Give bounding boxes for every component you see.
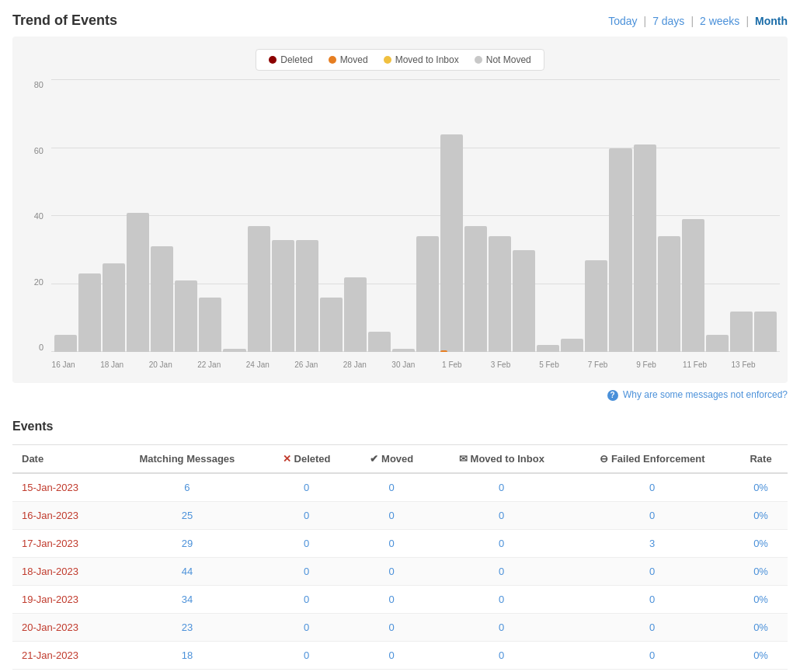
bar-not-moved [175, 280, 197, 352]
x-axis-label: 22 Jan [197, 360, 221, 369]
chart-header: Trend of Events Today | 7 days | 2 weeks… [12, 12, 788, 29]
table-row: 15-Jan-2023 6 0 0 0 0 0% [12, 473, 788, 502]
cell-rate: 0% [734, 529, 788, 557]
cell-failed: 0 [570, 585, 734, 613]
bar-group [320, 80, 343, 352]
bar-group [634, 80, 656, 352]
cell-date: 15-Jan-2023 [12, 473, 112, 502]
bar-group [248, 80, 270, 352]
x-axis-label: 3 Feb [489, 360, 513, 369]
table-row: 20-Jan-2023 23 0 0 0 0 0% [12, 613, 788, 641]
filter-today[interactable]: Today [608, 15, 637, 27]
sep-2: | [690, 15, 694, 27]
cell-failed: 0 [570, 641, 734, 669]
bar-group [54, 80, 77, 352]
legend-dot [475, 56, 482, 64]
bar-group [416, 80, 439, 352]
bar-group [272, 80, 294, 352]
cell-moved: 0 [350, 529, 433, 557]
cell-matching: 44 [112, 557, 263, 585]
cell-moved: 0 [350, 641, 433, 669]
x-axis-label [367, 360, 391, 369]
x-axis-label [172, 360, 197, 369]
sep-3: | [746, 15, 749, 27]
x-axis-label: 30 Jan [391, 360, 416, 369]
legend-dot [269, 56, 277, 64]
x-axis-label [610, 360, 634, 369]
why-link[interactable]: ? Why are some messages not enforced? [12, 389, 788, 401]
x-axis-label [707, 360, 731, 369]
table-row: 19-Jan-2023 34 0 0 0 0 0% [12, 585, 788, 613]
bar-group [561, 80, 583, 352]
bar-not-moved [78, 273, 101, 352]
bar-not-moved [223, 349, 245, 352]
cell-date: 21-Jan-2023 [12, 641, 112, 669]
col-matching: Matching Messages [112, 444, 263, 473]
cell-rate: 0% [734, 557, 788, 585]
x-axis: 16 Jan18 Jan20 Jan22 Jan24 Jan26 Jan28 J… [51, 353, 780, 375]
bar-not-moved [440, 134, 463, 352]
x-axis-label: 24 Jan [245, 360, 270, 369]
bar-not-moved [416, 236, 439, 352]
x-axis-label [464, 360, 489, 369]
bar-not-moved [296, 240, 318, 352]
bar-not-moved [706, 335, 729, 352]
x-axis-label [75, 360, 99, 369]
legend-label: Not Moved [486, 54, 531, 65]
cell-matching: 6 [112, 473, 263, 502]
bar-group [344, 80, 367, 352]
cell-deleted: 0 [263, 501, 350, 529]
table-row: 17-Jan-2023 29 0 0 0 3 0% [12, 529, 788, 557]
cell-deleted: 0 [263, 473, 350, 502]
cell-moved-inbox: 0 [433, 501, 570, 529]
bar-not-moved [103, 263, 125, 352]
deleted-icon: ✕ [283, 453, 291, 465]
col-moved: ✔Moved [350, 444, 433, 473]
info-icon: ? [607, 390, 618, 401]
filter-7days[interactable]: 7 days [652, 15, 684, 27]
bar-not-moved [272, 240, 294, 352]
cell-rate: 0% [734, 585, 788, 613]
bar-not-moved [151, 246, 173, 352]
bar-group [585, 80, 607, 352]
legend-item: Deleted [269, 54, 312, 65]
legend-dot [384, 56, 391, 64]
bar-not-moved [392, 349, 415, 352]
bar-moved [440, 350, 447, 352]
x-axis-label: 20 Jan [148, 360, 172, 369]
x-axis-label [318, 360, 343, 369]
chart-title: Trend of Events [12, 12, 117, 29]
bar-not-moved [489, 236, 511, 352]
bar-not-moved [248, 226, 270, 352]
y-axis-label: 80 [20, 80, 47, 89]
bar-group [223, 80, 245, 352]
bar-group [513, 80, 535, 352]
bars-area [51, 80, 780, 352]
events-section: Events Date Matching Messages ✕Deleted ✔… [12, 420, 788, 670]
bar-group [199, 80, 221, 352]
bar-group [175, 80, 197, 352]
filter-2weeks[interactable]: 2 weeks [700, 15, 739, 27]
legend-dot [329, 56, 336, 64]
filter-month[interactable]: Month [755, 15, 788, 27]
cell-moved: 0 [350, 501, 433, 529]
bar-not-moved [682, 219, 704, 352]
legend: DeletedMovedMoved to InboxNot Moved [256, 49, 544, 71]
bar-group [368, 80, 391, 352]
chart-inner [51, 80, 780, 352]
cell-moved: 0 [350, 557, 433, 585]
cell-moved-inbox: 0 [433, 473, 570, 502]
cell-moved: 0 [350, 473, 433, 502]
y-axis-label: 0 [20, 343, 47, 352]
table-row: 16-Jan-2023 25 0 0 0 0 0% [12, 501, 788, 529]
bar-group [658, 80, 680, 352]
bar-not-moved [609, 148, 631, 353]
cell-date: 18-Jan-2023 [12, 557, 112, 585]
bar-group [754, 80, 777, 352]
time-filters: Today | 7 days | 2 weeks | Month [608, 15, 788, 27]
x-axis-label: 5 Feb [537, 360, 561, 369]
x-axis-label [221, 360, 245, 369]
y-axis-label: 40 [20, 211, 47, 221]
sep-1: | [643, 15, 646, 27]
cell-failed: 0 [570, 473, 734, 502]
